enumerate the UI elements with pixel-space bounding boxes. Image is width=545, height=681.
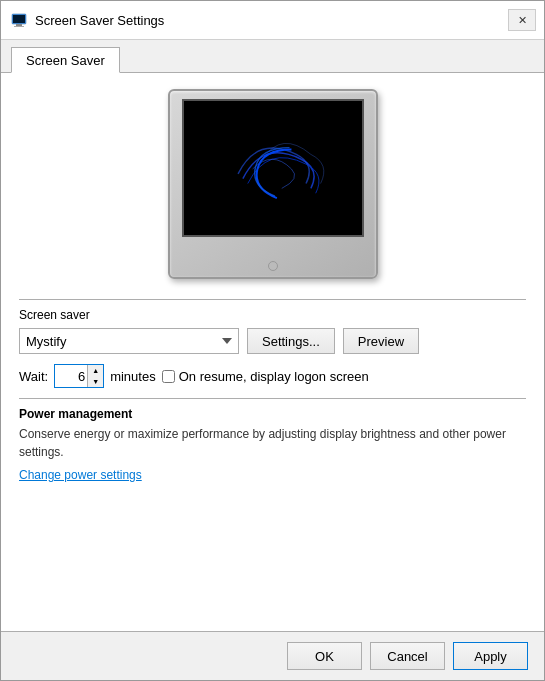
- spinner-up-button[interactable]: ▲: [88, 365, 103, 376]
- screensaver-controls-row: Mystify (None) 3D Text Blank Bubbles Pho…: [19, 328, 526, 354]
- wait-input[interactable]: [55, 365, 87, 387]
- tab-screen-saver[interactable]: Screen Saver: [11, 47, 120, 73]
- spinner-buttons: ▲ ▼: [87, 365, 103, 387]
- title-bar-controls: ✕: [508, 9, 536, 31]
- screen-saver-settings-window: Screen Saver Settings ✕ Screen Saver: [0, 0, 545, 681]
- minutes-label: minutes: [110, 369, 156, 384]
- tab-bar: Screen Saver: [1, 40, 544, 73]
- content-area: Screen saver Mystify (None) 3D Text Blan…: [1, 73, 544, 631]
- window-title: Screen Saver Settings: [35, 13, 164, 28]
- screensaver-display: [184, 101, 362, 235]
- svg-rect-2: [16, 24, 22, 26]
- svg-rect-3: [14, 26, 24, 27]
- power-section-label: Power management: [19, 407, 526, 421]
- logon-screen-wrapper: On resume, display logon screen: [162, 369, 369, 384]
- screensaver-section: Screen saver Mystify (None) 3D Text Blan…: [19, 299, 526, 388]
- monitor-power-button: [268, 261, 278, 271]
- monitor-screen: [182, 99, 364, 237]
- dialog-footer: OK Cancel Apply: [1, 631, 544, 680]
- power-description: Conserve energy or maximize performance …: [19, 425, 526, 461]
- cancel-button[interactable]: Cancel: [370, 642, 445, 670]
- screensaver-section-label: Screen saver: [19, 308, 526, 322]
- wait-row: Wait: ▲ ▼ minutes On resume, display log…: [19, 364, 526, 388]
- logon-screen-checkbox[interactable]: [162, 370, 175, 383]
- svg-rect-4: [184, 101, 361, 235]
- title-bar: Screen Saver Settings ✕: [1, 1, 544, 40]
- wait-label: Wait:: [19, 369, 48, 384]
- title-bar-left: Screen Saver Settings: [11, 12, 164, 28]
- screensaver-dropdown[interactable]: Mystify (None) 3D Text Blank Bubbles Pho…: [19, 328, 239, 354]
- preview-button[interactable]: Preview: [343, 328, 419, 354]
- svg-rect-1: [13, 15, 25, 23]
- window-icon: [11, 12, 27, 28]
- monitor-preview: [19, 89, 526, 279]
- ok-button[interactable]: OK: [287, 642, 362, 670]
- apply-button[interactable]: Apply: [453, 642, 528, 670]
- change-power-settings-link[interactable]: Change power settings: [19, 468, 142, 482]
- spinner-down-button[interactable]: ▼: [88, 376, 103, 387]
- power-management-section: Power management Conserve energy or maxi…: [19, 398, 526, 482]
- monitor-frame: [168, 89, 378, 279]
- close-button[interactable]: ✕: [508, 9, 536, 31]
- settings-button[interactable]: Settings...: [247, 328, 335, 354]
- logon-screen-label[interactable]: On resume, display logon screen: [179, 369, 369, 384]
- monitor-base: [268, 261, 278, 271]
- wait-spinner[interactable]: ▲ ▼: [54, 364, 104, 388]
